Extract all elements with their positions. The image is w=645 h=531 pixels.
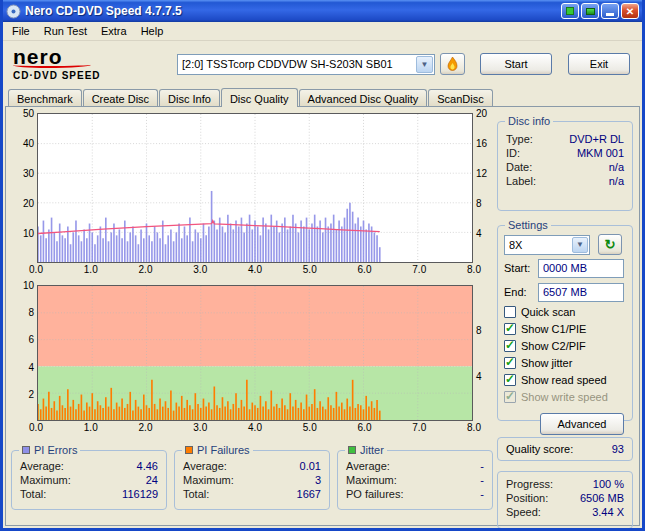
disc-type-label: Type: [506, 133, 533, 145]
advanced-button[interactable]: Advanced [540, 413, 624, 435]
pi-failures-legend-square [185, 446, 193, 454]
checkbox-show-jitter[interactable]: Show jitter [504, 355, 626, 371]
disc-date-value: n/a [609, 161, 624, 173]
disc-info-title: Disc info [508, 115, 550, 127]
axis-tick-label: 6.0 [354, 264, 376, 276]
checkbox-label: Show C2/PIF [521, 340, 586, 352]
axis-tick-label: 50 [23, 108, 34, 119]
pi-failures-stats-title: PI Failures [197, 444, 250, 456]
close-button[interactable]: ✕ [621, 3, 639, 19]
tab-disc-quality[interactable]: Disc Quality [221, 88, 298, 107]
checkbox-label: Show C1/PIE [521, 323, 586, 335]
stat-label: Average: [346, 460, 390, 472]
drive-select[interactable]: [2:0] TSSTcorp CDDVDW SH-S203N SB01 ▼ [177, 54, 435, 75]
axis-tick-label: 5.0 [299, 422, 321, 434]
pi-errors-legend-square [22, 446, 30, 454]
axis-tick-label: 16 [476, 138, 487, 149]
speed-value: 3.44 X [592, 506, 624, 518]
checkbox-icon [504, 391, 516, 403]
stat-value: 1667 [297, 488, 321, 500]
settings-box: Settings 8X ▼ ↻ Start: End: Quick scan [497, 225, 633, 421]
tab-advanced-disc-quality[interactable]: Advanced Disc Quality [299, 89, 428, 106]
progress-value: 100 % [593, 478, 624, 490]
checkbox-show-write-speed[interactable]: Show write speed [504, 389, 626, 405]
nero-logo: nero CD·DVD SPEED [13, 47, 163, 81]
stat-label: Average: [20, 460, 64, 472]
axis-tick-label: 10 [23, 228, 34, 239]
pie-chart-x-axis: 0.01.02.03.04.05.06.07.08.0 [37, 264, 473, 276]
stat-value: 3 [315, 474, 321, 486]
product-name-text: CD·DVD SPEED [13, 70, 163, 81]
axis-tick-label: 4.0 [244, 422, 266, 434]
axis-tick-label: 8 [28, 307, 34, 318]
checkbox-show-c1-pie[interactable]: Show C1/PIE [504, 321, 626, 337]
axis-tick-label: 7.0 [408, 264, 430, 276]
speed-select[interactable]: 8X ▼ [504, 235, 590, 255]
stats-row: PI Errors Average:4.46 Maximum:24 Total:… [11, 450, 493, 510]
quality-score-value: 93 [612, 443, 624, 455]
axis-tick-label: 2.0 [135, 264, 157, 276]
jitter-legend-square [348, 446, 356, 454]
burn-settings-button[interactable] [440, 53, 465, 75]
pi-failures-stats-box: PI Failures Average:0.01 Maximum:3 Total… [174, 450, 330, 510]
axis-tick-label: 6 [28, 334, 34, 345]
end-position-input[interactable] [538, 283, 624, 302]
stat-label: Average: [183, 460, 227, 472]
jitter-stats-title: Jitter [360, 444, 384, 456]
axis-tick-label: 4.0 [244, 264, 266, 276]
axis-tick-label: 4 [28, 362, 34, 373]
axis-tick-label: 0.0 [25, 264, 47, 276]
refresh-speeds-button[interactable]: ↻ [598, 234, 622, 255]
pie-errors-chart: 1020304050 48121620 0.01.02.03.04.05.06.… [11, 113, 493, 276]
stat-value: - [480, 474, 484, 486]
checkbox-label: Show write speed [521, 391, 608, 403]
tab-benchmark[interactable]: Benchmark [8, 89, 82, 106]
axis-tick-label: 30 [23, 168, 34, 179]
axis-tick-label: 1.0 [80, 264, 102, 276]
disc-label-value: n/a [609, 175, 624, 187]
titlebar-extra-button-1[interactable] [561, 3, 579, 19]
position-value: 6506 MB [580, 492, 624, 504]
axis-tick-label: 8 [476, 325, 482, 336]
axis-tick-label: 0.0 [25, 422, 47, 434]
disc-type-value: DVD+R DL [569, 133, 624, 145]
tab-disc-info[interactable]: Disc Info [159, 89, 220, 106]
axis-tick-label: 4 [476, 228, 482, 239]
axis-tick-label: 6.0 [354, 422, 376, 434]
title-bar[interactable]: Nero CD-DVD Speed 4.7.7.5 ✕ [3, 0, 642, 22]
exit-button[interactable]: Exit [568, 53, 630, 75]
settings-title: Settings [508, 219, 548, 231]
stat-label: Total: [183, 488, 209, 500]
chevron-down-icon[interactable]: ▼ [572, 237, 588, 253]
menu-extra[interactable]: Extra [94, 23, 134, 39]
disc-quality-page: 1020304050 48121620 0.01.02.03.04.05.06.… [5, 106, 640, 526]
stat-value: 24 [146, 474, 158, 486]
stat-label: Maximum: [346, 474, 397, 486]
checkbox-show-read-speed[interactable]: Show read speed [504, 372, 626, 388]
menu-run-test[interactable]: Run Test [37, 23, 94, 39]
refresh-icon: ↻ [605, 237, 616, 252]
menu-file[interactable]: File [5, 23, 37, 39]
stat-value: - [480, 488, 484, 500]
chevron-down-icon[interactable]: ▼ [416, 56, 433, 73]
start-button[interactable]: Start [480, 53, 552, 75]
minimize-button[interactable] [601, 3, 619, 19]
disc-id-label: ID: [506, 147, 520, 159]
tab-create-disc[interactable]: Create Disc [83, 89, 158, 106]
menu-help[interactable]: Help [134, 23, 171, 39]
tab-scandisc[interactable]: ScanDisc [428, 89, 492, 106]
jitter-stats-box: Jitter Average:- Maximum:- PO failures:- [337, 450, 493, 510]
axis-tick-label: 8.0 [463, 264, 485, 276]
start-position-input[interactable] [538, 259, 624, 278]
checkbox-quick-scan[interactable]: Quick scan [504, 304, 626, 320]
green-square-icon [566, 7, 574, 15]
stat-label: Maximum: [183, 474, 234, 486]
checkbox-show-c2-pif[interactable]: Show C2/PIF [504, 338, 626, 354]
axis-tick-label: 20 [23, 198, 34, 209]
checkbox-label: Show jitter [521, 357, 572, 369]
stat-value: 116129 [122, 488, 158, 500]
checkbox-label: Show read speed [521, 374, 607, 386]
disc-id-value: MKM 001 [577, 147, 624, 159]
tab-strip: Benchmark Create Disc Disc Info Disc Qua… [3, 87, 642, 106]
titlebar-extra-button-2[interactable] [581, 3, 599, 19]
